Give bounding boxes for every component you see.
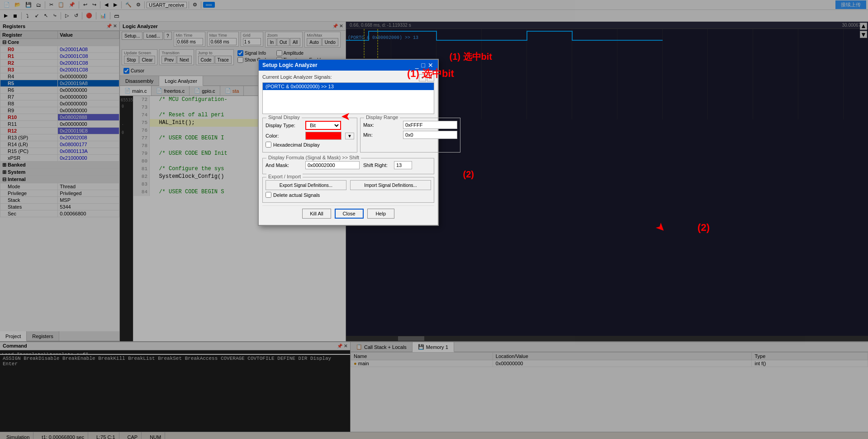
dialog-minimize[interactable]: _ [414, 62, 420, 69]
arrow-2-icon: ➤ [653, 220, 667, 234]
dialog-title-icons: _ □ ✕ [414, 62, 434, 69]
and-mask-input[interactable] [305, 161, 360, 169]
help-dialog-btn[interactable]: Help [367, 209, 394, 219]
dialog-body: Current Logic Analyzer Signals: + ✕ (POR… [259, 71, 438, 225]
max-row: Max: [363, 121, 457, 129]
and-mask-label: And Mask: [266, 162, 302, 168]
dialog-list-icons: + ✕ [419, 74, 434, 81]
color-label: Color: [266, 133, 302, 138]
display-sections: Signal Display Display Type: Bit Unsigne… [262, 118, 434, 155]
formula-title: Display Formula (Signal & Mask) >> Shift [266, 155, 361, 160]
annotation-2: (2) [463, 169, 474, 180]
signal-display-section: Signal Display Display Type: Bit Unsigne… [262, 118, 357, 153]
export-import-buttons: Export Signal Definitions... Import Sign… [266, 180, 431, 190]
dialog-footer: Kill All Close Help [262, 205, 434, 221]
annotation-text-2: (2) [697, 222, 710, 234]
display-type-select[interactable]: Bit Unsigned Signed Hex Float [305, 121, 341, 130]
export-import-section: Export / Import Export Signal Definition… [262, 177, 434, 203]
export-import-title: Export / Import [266, 174, 303, 179]
color-picker-box[interactable] [305, 132, 342, 140]
signal-display-title: Signal Display [266, 115, 302, 120]
display-range-title: Display Range [364, 115, 400, 120]
hex-display-label: Hexadecimal Display [273, 142, 320, 148]
modal-overlay: Setup Logic Analyzer _ □ ✕ Current Logic… [0, 0, 868, 439]
delete-signals-checkbox[interactable] [266, 192, 271, 198]
list-del-btn[interactable]: ✕ [427, 74, 434, 81]
color-picker-btn[interactable]: ▼ [345, 133, 354, 139]
and-mask-row: And Mask: Shift Right: [266, 161, 431, 169]
hex-display-row: Hexadecimal Display [266, 142, 354, 148]
close-dialog-btn[interactable]: Close [335, 209, 364, 219]
formula-section: Display Formula (Signal & Mask) >> Shift… [262, 158, 434, 174]
shift-right-input[interactable] [394, 161, 412, 169]
min-input[interactable] [403, 131, 457, 139]
export-btn[interactable]: Export Signal Definitions... [266, 180, 346, 190]
signal-item[interactable]: (PORTC & 0x00002000) >> 13 [263, 83, 434, 90]
delete-signals-row: Delete actual Signals [266, 192, 431, 198]
signals-header: Current Logic Analyzer Signals: + ✕ [262, 74, 434, 81]
shift-right-label: Shift Right: [363, 162, 390, 168]
kill-all-btn[interactable]: Kill All [302, 209, 331, 219]
color-row: Color: ▼ [266, 132, 354, 140]
dialog-maximize[interactable]: □ [421, 62, 426, 69]
display-range-section: Display Range Max: Min: [360, 118, 460, 153]
max-label: Max: [363, 122, 399, 128]
display-type-label: Display Type: [266, 123, 302, 128]
min-row: Min: [363, 131, 457, 139]
max-input[interactable] [403, 121, 457, 129]
display-type-row: Display Type: Bit Unsigned Signed Hex Fl… [266, 121, 354, 130]
dialog-close[interactable]: ✕ [427, 62, 434, 69]
dialog-title-bar: Setup Logic Analyzer _ □ ✕ [259, 60, 438, 71]
list-new-btn[interactable]: + [419, 74, 426, 81]
dialog-title: Setup Logic Analyzer [262, 62, 318, 68]
signal-list: (PORTC & 0x00002000) >> 13 [262, 82, 434, 114]
signals-label: Current Logic Analyzer Signals: [262, 74, 332, 80]
hex-display-checkbox[interactable] [266, 142, 271, 148]
setup-dialog: Setup Logic Analyzer _ □ ✕ Current Logic… [258, 59, 439, 226]
annotation-1: (1) 选中bit [450, 51, 492, 63]
min-label: Min: [363, 132, 399, 138]
delete-signals-label: Delete actual Signals [273, 192, 320, 198]
import-btn[interactable]: Import Signal Definitions... [350, 180, 431, 190]
